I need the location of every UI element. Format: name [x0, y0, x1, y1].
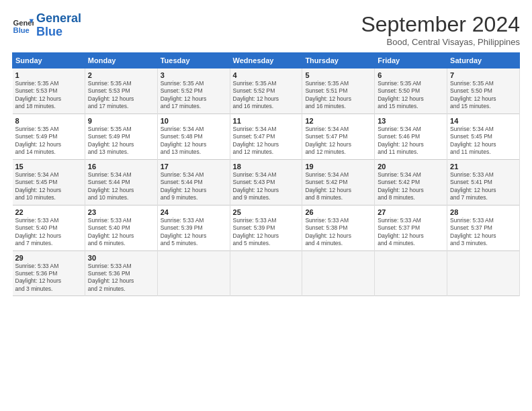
day-number: 19	[305, 163, 371, 171]
day-info: Sunrise: 5:35 AM Sunset: 5:49 PM Dayligh…	[88, 126, 154, 156]
day-number: 28	[450, 208, 517, 216]
calendar-cell: 7Sunrise: 5:35 AM Sunset: 5:50 PM Daylig…	[447, 68, 520, 114]
calendar-cell: 14Sunrise: 5:34 AM Sunset: 5:45 PM Dayli…	[447, 113, 520, 159]
day-info: Sunrise: 5:35 AM Sunset: 5:52 PM Dayligh…	[161, 80, 227, 111]
day-info: Sunrise: 5:35 AM Sunset: 5:51 PM Dayligh…	[305, 80, 371, 111]
calendar-cell: 11Sunrise: 5:34 AM Sunset: 5:47 PM Dayli…	[230, 113, 302, 159]
day-number: 10	[161, 117, 227, 125]
day-number: 9	[88, 117, 154, 125]
day-info: Sunrise: 5:33 AM Sunset: 5:41 PM Dayligh…	[450, 171, 517, 202]
day-info: Sunrise: 5:34 AM Sunset: 5:44 PM Dayligh…	[161, 171, 227, 202]
calendar-cell: 23Sunrise: 5:33 AM Sunset: 5:40 PM Dayli…	[85, 205, 157, 250]
day-info: Sunrise: 5:35 AM Sunset: 5:50 PM Dayligh…	[378, 80, 444, 111]
day-info: Sunrise: 5:34 AM Sunset: 5:42 PM Dayligh…	[305, 171, 371, 202]
day-number: 7	[450, 71, 517, 79]
day-number: 5	[305, 71, 371, 79]
day-info: Sunrise: 5:35 AM Sunset: 5:53 PM Dayligh…	[88, 80, 154, 111]
calendar-cell	[157, 250, 230, 296]
calendar-cell	[375, 250, 447, 296]
logo: General Blue GeneralBlue	[12, 12, 81, 39]
week-row-3: 15Sunrise: 5:34 AM Sunset: 5:45 PM Dayli…	[13, 159, 520, 205]
header-section: General Blue GeneralBlue September 2024 …	[12, 12, 520, 47]
col-tuesday: Tuesday	[157, 53, 230, 68]
week-row-1: 1Sunrise: 5:35 AM Sunset: 5:53 PM Daylig…	[13, 68, 520, 114]
calendar-cell: 2Sunrise: 5:35 AM Sunset: 5:53 PM Daylig…	[85, 68, 157, 114]
calendar-table: Sunday Monday Tuesday Wednesday Thursday…	[12, 52, 520, 296]
calendar-cell: 20Sunrise: 5:34 AM Sunset: 5:42 PM Dayli…	[375, 159, 447, 205]
calendar-cell: 9Sunrise: 5:35 AM Sunset: 5:49 PM Daylig…	[85, 113, 157, 159]
col-thursday: Thursday	[302, 53, 375, 68]
day-info: Sunrise: 5:34 AM Sunset: 5:43 PM Dayligh…	[233, 171, 300, 202]
calendar-cell: 16Sunrise: 5:34 AM Sunset: 5:44 PM Dayli…	[85, 159, 157, 205]
day-info: Sunrise: 5:35 AM Sunset: 5:50 PM Dayligh…	[450, 80, 517, 111]
day-number: 29	[15, 254, 82, 262]
calendar-cell: 1Sunrise: 5:35 AM Sunset: 5:53 PM Daylig…	[13, 68, 85, 114]
calendar-cell: 6Sunrise: 5:35 AM Sunset: 5:50 PM Daylig…	[375, 68, 447, 114]
day-info: Sunrise: 5:33 AM Sunset: 5:40 PM Dayligh…	[88, 217, 154, 248]
calendar-cell: 8Sunrise: 5:35 AM Sunset: 5:49 PM Daylig…	[13, 113, 85, 159]
month-title: September 2024	[361, 12, 520, 37]
col-monday: Monday	[85, 53, 157, 68]
day-number: 2	[88, 71, 154, 79]
calendar-cell: 12Sunrise: 5:34 AM Sunset: 5:47 PM Dayli…	[302, 113, 375, 159]
day-number: 12	[305, 117, 371, 125]
day-number: 21	[450, 163, 517, 171]
calendar-cell: 22Sunrise: 5:33 AM Sunset: 5:40 PM Dayli…	[13, 205, 85, 250]
calendar-cell: 29Sunrise: 5:33 AM Sunset: 5:36 PM Dayli…	[13, 250, 85, 296]
day-number: 16	[88, 163, 154, 171]
day-number: 24	[161, 208, 227, 216]
calendar-cell: 18Sunrise: 5:34 AM Sunset: 5:43 PM Dayli…	[230, 159, 302, 205]
day-info: Sunrise: 5:34 AM Sunset: 5:45 PM Dayligh…	[15, 171, 82, 202]
calendar-cell: 15Sunrise: 5:34 AM Sunset: 5:45 PM Dayli…	[13, 159, 85, 205]
day-number: 14	[450, 117, 517, 125]
day-info: Sunrise: 5:33 AM Sunset: 5:37 PM Dayligh…	[378, 217, 444, 248]
day-info: Sunrise: 5:34 AM Sunset: 5:44 PM Dayligh…	[88, 171, 154, 202]
day-info: Sunrise: 5:35 AM Sunset: 5:53 PM Dayligh…	[15, 80, 82, 111]
day-number: 13	[378, 117, 444, 125]
day-info: Sunrise: 5:33 AM Sunset: 5:39 PM Dayligh…	[233, 217, 300, 248]
day-number: 15	[15, 163, 82, 171]
day-number: 26	[305, 208, 371, 216]
calendar-cell: 25Sunrise: 5:33 AM Sunset: 5:39 PM Dayli…	[230, 205, 302, 250]
day-info: Sunrise: 5:34 AM Sunset: 5:47 PM Dayligh…	[233, 126, 300, 156]
calendar-cell: 21Sunrise: 5:33 AM Sunset: 5:41 PM Dayli…	[447, 159, 520, 205]
calendar-cell: 3Sunrise: 5:35 AM Sunset: 5:52 PM Daylig…	[157, 68, 230, 114]
day-number: 6	[378, 71, 444, 79]
day-info: Sunrise: 5:33 AM Sunset: 5:40 PM Dayligh…	[15, 217, 82, 248]
day-info: Sunrise: 5:34 AM Sunset: 5:48 PM Dayligh…	[161, 126, 227, 156]
header-row: Sunday Monday Tuesday Wednesday Thursday…	[13, 53, 520, 68]
logo-icon: General Blue	[12, 15, 34, 36]
page: General Blue GeneralBlue September 2024 …	[0, 0, 532, 411]
calendar-cell: 27Sunrise: 5:33 AM Sunset: 5:37 PM Dayli…	[375, 205, 447, 250]
day-info: Sunrise: 5:33 AM Sunset: 5:39 PM Dayligh…	[161, 217, 227, 248]
calendar-cell	[447, 250, 520, 296]
calendar-cell	[230, 250, 302, 296]
week-row-5: 29Sunrise: 5:33 AM Sunset: 5:36 PM Dayli…	[13, 250, 520, 296]
day-info: Sunrise: 5:33 AM Sunset: 5:36 PM Dayligh…	[88, 263, 154, 293]
calendar-cell: 5Sunrise: 5:35 AM Sunset: 5:51 PM Daylig…	[302, 68, 375, 114]
col-sunday: Sunday	[13, 53, 85, 68]
day-number: 30	[88, 254, 154, 262]
day-number: 1	[15, 71, 82, 79]
day-number: 4	[233, 71, 300, 79]
day-info: Sunrise: 5:35 AM Sunset: 5:52 PM Dayligh…	[233, 80, 300, 111]
svg-text:Blue: Blue	[13, 26, 30, 34]
day-number: 27	[378, 208, 444, 216]
day-number: 18	[233, 163, 300, 171]
day-info: Sunrise: 5:33 AM Sunset: 5:38 PM Dayligh…	[305, 217, 371, 248]
calendar-cell	[302, 250, 375, 296]
calendar-cell: 26Sunrise: 5:33 AM Sunset: 5:38 PM Dayli…	[302, 205, 375, 250]
calendar-cell: 4Sunrise: 5:35 AM Sunset: 5:52 PM Daylig…	[230, 68, 302, 114]
col-wednesday: Wednesday	[230, 53, 302, 68]
calendar-cell: 10Sunrise: 5:34 AM Sunset: 5:48 PM Dayli…	[157, 113, 230, 159]
day-info: Sunrise: 5:33 AM Sunset: 5:36 PM Dayligh…	[15, 263, 82, 293]
day-info: Sunrise: 5:35 AM Sunset: 5:49 PM Dayligh…	[15, 126, 82, 156]
day-number: 22	[15, 208, 82, 216]
day-number: 8	[15, 117, 82, 125]
calendar-cell: 30Sunrise: 5:33 AM Sunset: 5:36 PM Dayli…	[85, 250, 157, 296]
week-row-2: 8Sunrise: 5:35 AM Sunset: 5:49 PM Daylig…	[13, 113, 520, 159]
col-saturday: Saturday	[447, 53, 520, 68]
day-number: 3	[161, 71, 227, 79]
day-number: 17	[161, 163, 227, 171]
calendar-cell: 19Sunrise: 5:34 AM Sunset: 5:42 PM Dayli…	[302, 159, 375, 205]
